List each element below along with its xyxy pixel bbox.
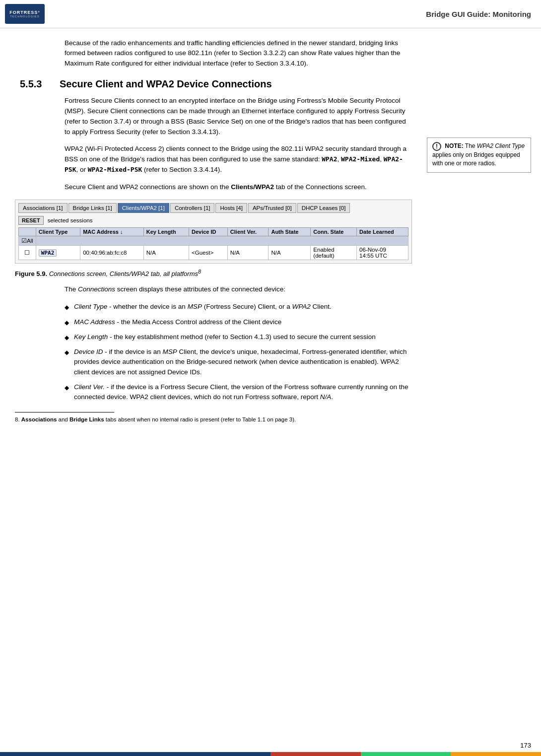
code-wpa2mixed: WPA2-Mixed (341, 155, 380, 163)
figure-caption: Figure 5.9. Connections screen, Clients/… (15, 269, 412, 277)
footnote-bold2: Bridge Links (69, 416, 104, 422)
after-figure-intro: The Connections screen displays these at… (65, 284, 412, 295)
bullet-icon: ◆ (65, 303, 69, 312)
section-heading: 5.5.3 Secure Client and WPA2 Device Conn… (5, 78, 412, 90)
para3-suffix: tab of the Connections screen. (274, 183, 367, 191)
logo-text-bottom: TECHNOLOGIES (10, 15, 40, 18)
wpa2-badge: WPA2 (39, 249, 57, 257)
toolbar: RESET selected sessions (18, 216, 408, 225)
col-device-id: Device ID (189, 228, 228, 236)
tab-associations[interactable]: Associations [1] (18, 203, 68, 213)
row-conn-state: Enabled(default) (311, 246, 357, 260)
section-para1: Fortress Secure Clients connect to an en… (65, 96, 412, 137)
bullet-text: MAC Address - the Media Access Control a… (74, 317, 412, 327)
bullet-list: ◆ Client Type - whether the device is an… (65, 302, 412, 402)
reset-button[interactable]: RESET (18, 216, 44, 225)
col-conn-state: Conn. State (311, 228, 357, 236)
list-item: ◆ Device ID - if the device is an MSP Cl… (65, 347, 412, 377)
para2-suffix: (refer to Section 3.3.4.14). (142, 166, 222, 173)
tab-bar: Associations [1] Bridge Links [1] Client… (18, 203, 408, 213)
col-check (19, 228, 36, 236)
logo-text-top: FORTRESS° (9, 10, 40, 15)
code-wpa2mixedpsk: WPA2-Mixed-PSK (88, 166, 142, 173)
bullet-text: Client Type - whether the device is an M… (74, 302, 412, 312)
page-number: 173 (520, 742, 531, 749)
sessions-label: selected sessions (48, 217, 93, 223)
bullet-icon: ◆ (65, 348, 69, 357)
intro-text: Because of the radio enhancements and tr… (65, 39, 400, 67)
tab-dhcp-leases[interactable]: DHCP Leases [0] (297, 203, 350, 213)
bullet-icon: ◆ (65, 318, 69, 327)
section-title: Secure Client and WPA2 Device Connection… (60, 78, 272, 90)
row-auth-state: N/A (269, 246, 311, 260)
tab-aps-trusted[interactable]: APs/Trusted [0] (248, 203, 296, 213)
row-client-type: WPA2 (36, 246, 80, 260)
tab-hosts[interactable]: Hosts [4] (215, 203, 247, 213)
row-date-learned: 06-Nov-0914:55 UTC (357, 246, 408, 260)
connections-table: Client Type MAC Address ↓ Key Length Dev… (18, 227, 408, 260)
right-column: ! NOTE: The WPA2 Client Type applies onl… (422, 38, 531, 423)
list-item: ◆ MAC Address - the Media Access Control… (65, 317, 412, 327)
bottom-color-bar (0, 752, 541, 756)
logo-area: FORTRESS° TECHNOLOGIES (5, 4, 45, 24)
table-header-row: Client Type MAC Address ↓ Key Length Dev… (19, 228, 408, 236)
figure-text: Connections screen, Clients/WPA2 tab, al… (49, 270, 201, 277)
footnote-number: 8. (15, 416, 21, 422)
note-box: ! NOTE: The WPA2 Client Type applies onl… (427, 137, 531, 173)
main-content: Because of the radio enhancements and tr… (0, 28, 541, 433)
col-mac-address: MAC Address ↓ (80, 228, 144, 236)
tab-controllers[interactable]: Controllers [1] (170, 203, 215, 213)
section-number: 5.5.3 (20, 78, 50, 90)
company-logo: FORTRESS° TECHNOLOGIES (5, 4, 45, 24)
figure-superscript: 8 (198, 269, 201, 275)
footnote: 8. Associations and Bridge Links tabs ab… (15, 415, 412, 423)
footnote-bold1: Associations (21, 416, 57, 422)
bullet-text: Client Ver. - if the device is a Fortres… (74, 382, 412, 403)
list-item: ◆ Client Type - whether the device is an… (65, 302, 412, 312)
list-item: ◆ Client Ver. - if the device is a Fortr… (65, 382, 412, 403)
figure-label: Figure 5.9. (15, 270, 47, 277)
after-intro-text: The Connections screen displays these at… (65, 285, 285, 293)
bullet-icon: ◆ (65, 383, 69, 392)
row-device-id: <Guest> (189, 246, 228, 260)
page-header: FORTRESS° TECHNOLOGIES Bridge GUI Guide:… (0, 0, 541, 28)
footnote-divider (15, 412, 114, 412)
para1-text: Fortress Secure Clients connect to an en… (65, 97, 406, 136)
section-para2: WPA2 (Wi-Fi Protected Access 2) clients … (65, 144, 412, 175)
bullet-text: Device ID - if the device is an MSP Clie… (74, 347, 412, 377)
check-all[interactable]: ☑All (19, 236, 36, 246)
list-item: ◆ Key Length - the key establishment met… (65, 332, 412, 342)
all-spacer (36, 236, 408, 246)
bar-blue (0, 752, 270, 756)
col-key-length: Key Length (143, 228, 189, 236)
row-check[interactable]: ☐ (19, 246, 36, 260)
code-wpa2: WPA2 (322, 155, 337, 163)
row-client-ver: N/A (227, 246, 269, 260)
bullet-text: Key Length - the key establishment metho… (74, 332, 412, 342)
bar-green (361, 752, 451, 756)
col-date-learned: Date Learned (357, 228, 408, 236)
para3-prefix: Secure Client and WPA2 connections are s… (65, 183, 231, 191)
bullet-icon: ◆ (65, 333, 69, 342)
row-key-length: N/A (143, 246, 189, 260)
col-client-ver: Client Ver. (227, 228, 269, 236)
left-column: Because of the radio enhancements and tr… (5, 38, 422, 423)
screen-capture: Associations [1] Bridge Links [1] Client… (15, 200, 412, 264)
page-title: Bridge GUI Guide: Monitoring (426, 10, 531, 18)
intro-paragraph: Because of the radio enhancements and tr… (65, 38, 412, 69)
table-row: ☐ WPA2 00:40:96:ab:fc:c8 N/A <Guest> N/A… (19, 246, 408, 260)
table-row-all: ☑All (19, 236, 408, 246)
bar-orange (451, 752, 541, 756)
note-label: NOTE: (445, 142, 463, 149)
para3-bold: Clients/WPA2 (231, 183, 274, 191)
tab-bridge-links[interactable]: Bridge Links [1] (68, 203, 117, 213)
row-mac-address: 00:40:96:ab:fc:c8 (80, 246, 144, 260)
note-icon: ! (432, 142, 441, 151)
footnote-suffix: tabs absent when no internal radio is pr… (104, 416, 296, 422)
col-auth-state: Auth State (269, 228, 311, 236)
footnote-middle: and (57, 416, 69, 422)
tab-clients-wpa2[interactable]: Clients/WPA2 [1] (118, 203, 169, 213)
col-client-type: Client Type (36, 228, 80, 236)
section-para3: Secure Client and WPA2 connections are s… (65, 182, 412, 193)
bar-red (270, 752, 361, 756)
